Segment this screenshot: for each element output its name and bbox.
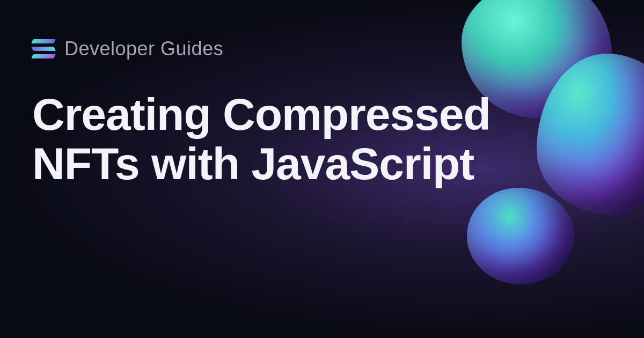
page-title: Creating Compressed NFTs with JavaScript: [32, 90, 542, 189]
header: Developer Guides: [32, 38, 612, 60]
content-container: Developer Guides Creating Compressed NFT…: [0, 0, 644, 338]
solana-logo-icon: [32, 39, 55, 58]
section-label: Developer Guides: [64, 38, 223, 60]
